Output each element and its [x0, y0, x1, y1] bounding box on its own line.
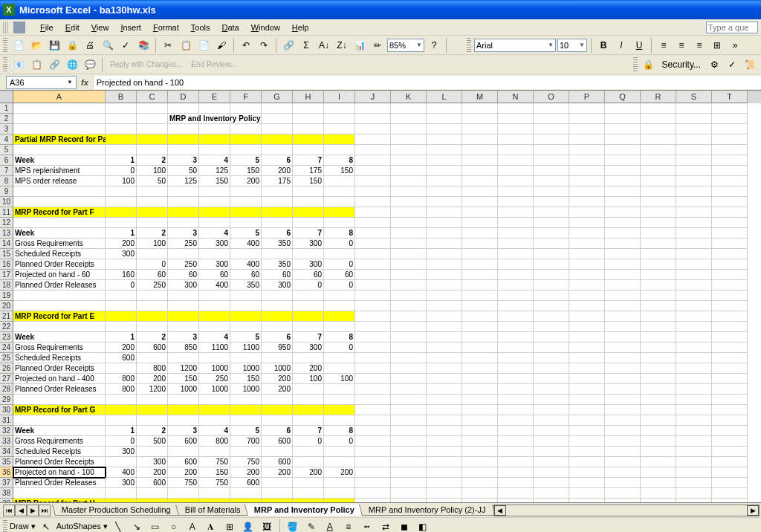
arrow-button[interactable]: ↘: [129, 519, 145, 533]
cell[interactable]: 1000: [230, 363, 262, 374]
cell[interactable]: [676, 114, 712, 124]
cell[interactable]: [605, 426, 641, 436]
cell[interactable]: [391, 343, 427, 353]
cell[interactable]: [676, 176, 712, 186]
cell[interactable]: [641, 332, 676, 343]
cell[interactable]: [391, 301, 427, 311]
cell[interactable]: [199, 197, 230, 207]
cell[interactable]: [676, 457, 712, 467]
tb-icon3[interactable]: 🔗: [46, 56, 62, 73]
cell[interactable]: [462, 270, 498, 280]
cell[interactable]: [462, 176, 498, 186]
cell[interactable]: 1: [106, 155, 137, 166]
cell[interactable]: [462, 311, 498, 322]
cell[interactable]: [534, 332, 569, 343]
cell[interactable]: [569, 124, 605, 134]
cell[interactable]: 150: [324, 166, 355, 176]
cell[interactable]: [569, 145, 605, 155]
cell[interactable]: [106, 363, 137, 374]
row-header[interactable]: 3: [0, 124, 13, 134]
cell[interactable]: [106, 103, 137, 114]
cell[interactable]: [712, 395, 748, 405]
row-header[interactable]: 4: [0, 134, 13, 145]
grip-icon[interactable]: [467, 38, 471, 53]
merge-button[interactable]: ⊞: [709, 37, 725, 53]
cell[interactable]: MRP Record for Part H: [13, 499, 106, 502]
menu-insert[interactable]: Insert: [114, 22, 147, 33]
cell[interactable]: [676, 384, 712, 395]
cell[interactable]: [262, 249, 293, 259]
cell[interactable]: [391, 280, 427, 291]
cell[interactable]: [569, 332, 605, 343]
cell[interactable]: [262, 186, 293, 197]
row-header[interactable]: 9: [0, 186, 13, 197]
cell[interactable]: [676, 280, 712, 291]
row-header[interactable]: 33: [0, 436, 13, 447]
cell[interactable]: 50: [168, 166, 199, 176]
cell[interactable]: 400: [106, 467, 137, 478]
cell[interactable]: [712, 176, 748, 186]
cell[interactable]: [712, 301, 748, 311]
cell[interactable]: [427, 499, 462, 502]
cell[interactable]: [324, 197, 355, 207]
cell[interactable]: [262, 301, 293, 311]
cell[interactable]: 300: [168, 280, 199, 291]
cell[interactable]: Scheduled Receipts: [13, 447, 106, 457]
cell[interactable]: [712, 228, 748, 239]
cell[interactable]: 2: [137, 155, 168, 166]
cell[interactable]: [641, 166, 676, 176]
cell[interactable]: [641, 311, 676, 322]
cell[interactable]: [168, 322, 199, 332]
cell[interactable]: 100: [293, 374, 324, 384]
cell[interactable]: [641, 395, 676, 405]
col-header-H[interactable]: H: [293, 91, 324, 103]
cell[interactable]: [199, 145, 230, 155]
cell[interactable]: [262, 353, 293, 363]
cell[interactable]: [427, 363, 462, 374]
cell[interactable]: [324, 103, 355, 114]
cell[interactable]: [569, 114, 605, 124]
cell[interactable]: [462, 291, 498, 301]
cell[interactable]: 0: [324, 259, 355, 270]
cell[interactable]: 200: [137, 467, 168, 478]
row-header[interactable]: 20: [0, 301, 13, 311]
cell[interactable]: [168, 311, 199, 322]
cell[interactable]: [569, 259, 605, 270]
cell[interactable]: [262, 447, 293, 457]
cell[interactable]: [569, 301, 605, 311]
cell[interactable]: 1000: [262, 363, 293, 374]
cell[interactable]: 200: [168, 467, 199, 478]
cell[interactable]: [391, 291, 427, 301]
row-header[interactable]: 7: [0, 166, 13, 176]
cell[interactable]: [498, 322, 534, 332]
cell[interactable]: 300: [293, 343, 324, 353]
cell[interactable]: [712, 436, 748, 447]
sheet-tab[interactable]: MRP and Inventory Policy (2)-JJ: [359, 505, 496, 516]
cell[interactable]: [293, 197, 324, 207]
scroll-left-button[interactable]: ◀: [494, 505, 506, 516]
cell[interactable]: [106, 301, 137, 311]
format-painter-button[interactable]: 🖌: [213, 37, 230, 53]
row-header[interactable]: 19: [0, 291, 13, 301]
row-header[interactable]: 25: [0, 353, 13, 363]
cell[interactable]: [534, 488, 569, 499]
cell[interactable]: [712, 447, 748, 457]
cell[interactable]: 200: [262, 467, 293, 478]
cell[interactable]: [199, 114, 230, 124]
cell[interactable]: 200: [262, 374, 293, 384]
cell[interactable]: [712, 207, 748, 218]
select-all-corner[interactable]: [0, 91, 13, 103]
cell[interactable]: [427, 124, 462, 134]
col-header-N[interactable]: N: [498, 91, 534, 103]
oval-button[interactable]: ○: [166, 519, 182, 533]
cell[interactable]: Gross Requirements: [13, 239, 106, 249]
cell[interactable]: [462, 228, 498, 239]
cell[interactable]: [712, 249, 748, 259]
cell[interactable]: [569, 405, 605, 415]
cell[interactable]: [605, 332, 641, 343]
cell[interactable]: [137, 353, 168, 363]
cell[interactable]: [106, 291, 137, 301]
cell[interactable]: [498, 436, 534, 447]
cell[interactable]: 6: [262, 332, 293, 343]
cell[interactable]: [324, 176, 355, 186]
